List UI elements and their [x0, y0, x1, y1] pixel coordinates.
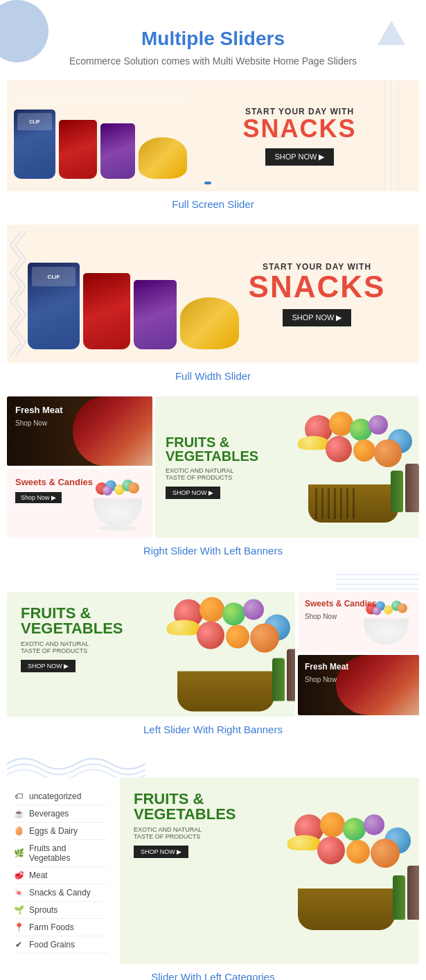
left-slider-section: FRUITS & VEGETABLES EXOTIC AND NATURAL T…: [7, 592, 419, 717]
fruits-subtitle-2: TASTE OF PRODUCTS: [166, 474, 258, 481]
meat-banner-text: Fresh Meat Shop Now: [7, 396, 152, 435]
page-subtitle: Ecommerce Solution comes with Multi Webs…: [14, 55, 412, 67]
full-bag-blue-label: CLIF: [32, 267, 76, 286]
diagonal-lines-deco: [378, 80, 419, 191]
cat-shop-now[interactable]: SHOP NOW: [134, 846, 188, 858]
cat-label-meat: Meat: [29, 870, 48, 880]
sprout-icon: 🌱: [14, 905, 24, 915]
left-banners: Fresh Meat Shop Now Swe: [7, 396, 152, 538]
cf-bottle-1: [407, 866, 419, 920]
cat-item-beverages[interactable]: ☕ Beverages: [14, 805, 107, 823]
cat-subtitle-2: TASTE OF PRODUCTS: [134, 833, 248, 840]
full-bag-red: [83, 273, 130, 349]
bottle-2: [391, 471, 403, 512]
cat-item-sprouts[interactable]: 🌱 Sprouts: [14, 902, 107, 919]
fruits-title-2: VEGETABLES: [166, 449, 258, 463]
cat-label-snacks-candy: Snacks & Candy: [29, 888, 91, 898]
left-slider-label: Left Slider With Right Banners: [143, 724, 283, 735]
full-screen-label: Full Screen Slider: [172, 198, 254, 210]
page-title: Multiple Sliders: [14, 28, 412, 50]
cf-basket: [298, 889, 395, 930]
fruit-6: [326, 436, 352, 462]
cat-fruits-title-2: VEGETABLES: [134, 807, 248, 822]
fruit-4: [369, 415, 388, 435]
shop-now-button-1[interactable]: SHOP NOW: [265, 148, 335, 166]
full-screen-label-container: Full Screen Slider: [0, 198, 426, 211]
bag-label-1: CLIF: [17, 113, 52, 130]
fresh-meat-banner[interactable]: Fresh Meat Shop Now: [7, 396, 152, 466]
full-chips-bowl: [180, 297, 239, 349]
cf-fruit-4: [364, 814, 384, 835]
left-shop-now[interactable]: SHOP NOW: [21, 660, 76, 672]
basket-line-5: [340, 488, 342, 519]
cf-fruit-2: [320, 812, 345, 837]
basket-line-6: [346, 488, 348, 519]
cat-label-food-grains: Food Grains: [29, 940, 75, 950]
right-banners: Sweets & Candies Shop Now Fresh Meat Sho…: [298, 592, 419, 717]
left-subtitle-1: EXOTIC AND NATURAL: [21, 640, 132, 647]
cat-item-meat[interactable]: 🥩 Meat: [14, 867, 107, 884]
fresh-meat-right-link[interactable]: Shop Now: [305, 676, 412, 683]
ls-fruit-7: [226, 625, 249, 649]
basket-line-1: [315, 488, 317, 519]
cat-item-eggs-dairy[interactable]: 🥚 Eggs & Dairy: [14, 823, 107, 840]
wave-svg: [7, 750, 145, 778]
ls-fruit-6: [197, 622, 224, 649]
sweets-right-banner[interactable]: Sweets & Candies Shop Now: [298, 592, 419, 652]
cat-item-food-grains[interactable]: ✔ Food Grains: [14, 936, 107, 954]
cat-label-farm-foods: Farm Foods: [29, 922, 74, 932]
left-slider-fruits-visual: [163, 597, 295, 712]
cat-item-fruits-veg[interactable]: 🌿 Fruits and Vegetables: [14, 840, 107, 867]
full-bag-purple: [134, 280, 177, 349]
cat-subtitle-1: EXOTIC AND NATURAL: [134, 826, 248, 833]
sweets-banner[interactable]: Sweets & Candies Shop Now: [7, 469, 152, 538]
triangle-deco: [378, 21, 405, 45]
fruit-7: [353, 439, 375, 462]
grain-icon: ✔: [14, 940, 24, 950]
snack-chips-bowl: [139, 137, 187, 179]
basket-line-7: [353, 488, 355, 519]
blue-circle-deco: [0, 0, 48, 62]
cf-bottle-2: [393, 875, 405, 920]
diagonal-deco: [336, 571, 419, 592]
left-fruits-title-2: VEGETABLES: [21, 621, 132, 636]
cat-fruits-slider: FRUITS & VEGETABLES EXOTIC AND NATURAL T…: [120, 778, 419, 964]
basket-line-3: [328, 488, 330, 519]
fruits-text: FRUITS & VEGETABLES EXOTIC AND NATURAL T…: [166, 435, 258, 499]
bottle-1: [405, 464, 419, 512]
ls-fruit-2: [199, 597, 224, 622]
basket-line-2: [321, 488, 323, 519]
sweets-right-link[interactable]: Shop Now: [305, 613, 412, 620]
fresh-meat-link[interactable]: Shop Now: [15, 419, 144, 427]
ls-fruit-3: [222, 603, 245, 626]
cat-item-snacks-candy[interactable]: 🍬 Snacks & Candy: [14, 884, 107, 902]
full-width-slider: CLIF START YOUR DAY WITH SNACKS SHOP NOW: [7, 225, 419, 363]
full-screen-slider: CLIF START YOUR DAY WITH SNACKS SHOP NOW: [7, 80, 419, 191]
cat-item-uncategorized[interactable]: 🏷 uncategorized: [14, 788, 107, 805]
shop-now-button-2[interactable]: SHOP NOW: [283, 309, 352, 326]
sweets-shop-now[interactable]: Shop Now: [15, 492, 62, 503]
left-slider-label-container: Left Slider With Right Banners: [0, 724, 426, 736]
cat-slider-text: FRUITS & VEGETABLES EXOTIC AND NATURAL T…: [134, 791, 248, 858]
meat-right-banner[interactable]: Fresh Meat Shop Now: [298, 655, 419, 715]
slider-indicator: [204, 182, 211, 184]
snack-bag-red: [59, 120, 97, 179]
category-slider-section: 🏷 uncategorized ☕ Beverages 🥚 Eggs & Dai…: [7, 778, 419, 964]
cat-fruits-visual: [284, 812, 419, 930]
cat-item-farm-foods[interactable]: 📍 Farm Foods: [14, 919, 107, 936]
wave-deco-left: [7, 225, 28, 363]
category-sidebar: 🏷 uncategorized ☕ Beverages 🥚 Eggs & Dai…: [7, 778, 114, 964]
meat-icon: 🥩: [14, 870, 24, 880]
ls-basket: [177, 672, 274, 712]
fruits-subtitle-1: EXOTIC AND NATURAL: [166, 467, 258, 474]
cat-label-uncategorized: uncategorized: [29, 791, 81, 801]
fruit-basket-visual: [291, 412, 419, 523]
cf-fruit-7: [346, 840, 370, 864]
fruits-shop-now[interactable]: SHOP NOW: [166, 487, 220, 499]
cf-fruit-8: [371, 839, 400, 868]
full-width-label: Full Width Slider: [175, 370, 251, 382]
tag-icon: 🏷: [14, 791, 24, 801]
snack-products-visual: CLIF: [8, 87, 193, 184]
fruits-title-1: FRUITS &: [166, 435, 258, 449]
basket-weave: [308, 484, 398, 523]
